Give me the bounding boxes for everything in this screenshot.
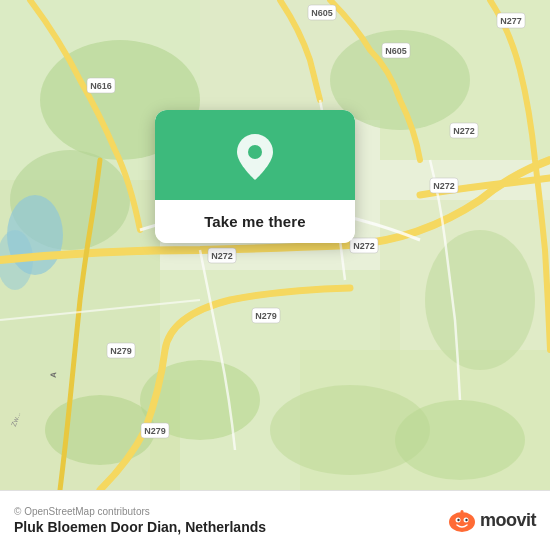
svg-text:N605: N605 bbox=[385, 46, 407, 56]
info-left: © OpenStreetMap contributors Pluk Bloeme… bbox=[14, 506, 266, 535]
svg-point-43 bbox=[248, 145, 262, 159]
svg-text:N616: N616 bbox=[90, 81, 112, 91]
svg-text:N272: N272 bbox=[211, 251, 233, 261]
location-pin-icon bbox=[233, 132, 277, 182]
svg-point-15 bbox=[395, 400, 525, 480]
location-title: Pluk Bloemen Door Dian, Netherlands bbox=[14, 519, 266, 535]
moovit-logo: moovit bbox=[448, 509, 536, 533]
svg-text:N272: N272 bbox=[433, 181, 455, 191]
svg-text:N272: N272 bbox=[353, 241, 375, 251]
svg-text:N279: N279 bbox=[110, 346, 132, 356]
map-popup: Take me there bbox=[155, 110, 355, 243]
info-bar: © OpenStreetMap contributors Pluk Bloeme… bbox=[0, 490, 550, 550]
copyright-text: © OpenStreetMap contributors bbox=[14, 506, 266, 517]
svg-text:N605: N605 bbox=[311, 8, 333, 18]
svg-point-48 bbox=[465, 518, 467, 520]
svg-point-12 bbox=[425, 230, 535, 370]
map-container: N605 N605 N272 N272 N272 N272 N279 N279 … bbox=[0, 0, 550, 490]
map-svg: N605 N605 N272 N272 N272 N272 N279 N279 … bbox=[0, 0, 550, 490]
moovit-text: moovit bbox=[480, 510, 536, 531]
svg-text:N272: N272 bbox=[453, 126, 475, 136]
svg-text:N279: N279 bbox=[255, 311, 277, 321]
svg-text:N277: N277 bbox=[500, 16, 522, 26]
svg-point-16 bbox=[45, 395, 155, 465]
svg-text:A: A bbox=[49, 371, 58, 378]
svg-text:N279: N279 bbox=[144, 426, 166, 436]
moovit-icon bbox=[448, 509, 476, 533]
svg-point-50 bbox=[460, 510, 463, 513]
svg-point-47 bbox=[457, 518, 459, 520]
take-me-there-button[interactable]: Take me there bbox=[155, 200, 355, 243]
popup-green-area bbox=[155, 110, 355, 200]
